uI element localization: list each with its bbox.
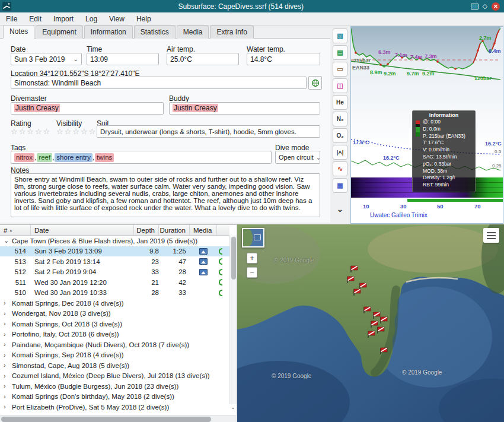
tab-extra-info[interactable]: Extra Info — [210, 26, 253, 39]
menu-import[interactable]: Import — [47, 13, 79, 25]
chevron-right-icon[interactable]: › — [4, 310, 6, 317]
chevron-right-icon[interactable]: › — [4, 341, 6, 348]
notes-textarea[interactable]: Shore entry at Windmill Beach, swam to o… — [11, 173, 320, 217]
trip-row[interactable]: › Simonstad, Cape, Aug 2018 (5 dive(s)) — [0, 360, 229, 371]
visibility-stars[interactable]: ☆☆☆☆☆ — [56, 127, 97, 136]
depth-label: 2.7m — [479, 35, 492, 41]
menu-edit[interactable]: Edit — [23, 13, 47, 25]
chevron-right-icon[interactable]: › — [4, 321, 6, 327]
trip-row[interactable]: › Cozumel Island, México (Deep Blue Dive… — [0, 371, 229, 382]
dive-info-panel: Notes Equipment Information Statistics M… — [0, 26, 330, 223]
air-icon[interactable]: |A| — [333, 145, 347, 160]
window-controls: ◇ ✕ — [471, 2, 500, 11]
dive-row[interactable]: 510 Wed 30 Jan 2019 10:33 28 33 — [0, 288, 229, 299]
tag-chip: twins — [95, 153, 114, 162]
dive-row[interactable]: 512 Sat 2 Feb 2019 9:04 33 28 — [0, 267, 229, 278]
chevron-right-icon[interactable]: › — [4, 362, 6, 369]
minimap[interactable] — [242, 228, 264, 248]
tags-field[interactable]: nitrox, reef, shore entry, twins — [11, 151, 272, 164]
pressure-start-label: 215bar — [353, 58, 371, 64]
location-field[interactable] — [11, 77, 307, 89]
scale-icon[interactable]: ◫ — [333, 78, 347, 93]
oxygen-graph-icon[interactable]: O₂ — [333, 128, 347, 143]
window-title: Subsurface: CapeDives.ssrf (514 dives) — [11, 2, 471, 11]
depth-label: 6.4m — [489, 48, 501, 54]
chevron-right-icon[interactable]: › — [4, 394, 6, 400]
collapse-icon[interactable]: ⌄ — [333, 202, 347, 217]
zoom-out-button[interactable]: − — [247, 267, 257, 278]
buddy-field[interactable]: Justin Creasy — [169, 102, 320, 115]
heart-rate-icon[interactable]: ∿ — [333, 161, 347, 176]
helium-graph-icon[interactable]: He — [333, 95, 347, 110]
dive-site-button[interactable] — [308, 76, 322, 90]
dive-profile-panel: ▧ ▤ ▭ ◫ He N₂ O₂ |A| ∿ ▦ ⌄ — [330, 26, 504, 224]
trip-row[interactable]: › Komati Springs, Dec 2018 (4 dive(s)) — [0, 298, 229, 309]
trip-row[interactable]: › Wondergat, Nov 2018 (3 dive(s)) — [0, 309, 229, 319]
maximize-button[interactable]: ◇ — [483, 3, 487, 9]
depth-label: 9.2m — [422, 71, 435, 77]
header-number[interactable]: # ▴ — [0, 225, 31, 235]
google-watermark: © 2019 Google — [402, 369, 442, 376]
ruler-icon[interactable]: ▭ — [333, 62, 347, 77]
trip-row[interactable]: › Portofino, Italy, Oct 2018 (6 dive(s)) — [0, 329, 229, 340]
divemaster-label: Divemaster — [11, 94, 47, 103]
temp-label: 16.2°C — [485, 141, 502, 147]
tab-information[interactable]: Information — [84, 26, 133, 39]
menu-file[interactable]: File — [0, 13, 23, 25]
dive-profile-chart[interactable]: 6.3m 7.1m 7.4m 7.3m 8.9m 9.2m 9.7m 9.2m … — [350, 26, 503, 224]
water-temp-field[interactable] — [247, 53, 320, 65]
tab-notes[interactable]: Notes — [3, 25, 34, 39]
dive-mode-select[interactable]: Open circuit ⌄ — [275, 151, 320, 164]
header-depth[interactable]: Depth — [134, 225, 159, 235]
tab-statistics[interactable]: Statistics — [134, 26, 176, 39]
visibility-label: Visibility — [56, 119, 82, 128]
map-menu-button[interactable] — [483, 228, 499, 243]
suit-field[interactable] — [97, 125, 320, 138]
google-watermark: © 2019 Google — [274, 257, 314, 264]
trip-row[interactable]: › Tulum, México (Budgie Burgess), Jun 20… — [0, 381, 229, 392]
media-toggle-icon[interactable]: ▦ — [333, 178, 347, 193]
trip-row[interactable]: › Komati Springs (Don's birthday), May 2… — [0, 392, 229, 402]
time-axis-tick: 50 — [437, 203, 444, 210]
chevron-right-icon[interactable]: › — [4, 300, 6, 306]
chevron-right-icon[interactable]: › — [4, 404, 6, 410]
chevron-right-icon[interactable]: › — [4, 352, 6, 358]
close-button[interactable]: ✕ — [492, 2, 500, 11]
trip-row[interactable]: ⌄ Cape Town (Pisces & Blue Flash divers)… — [0, 236, 229, 246]
header-duration[interactable]: Duration — [159, 225, 190, 235]
tab-equipment[interactable]: Equipment — [36, 26, 82, 39]
divemaster-field[interactable]: Justin Creasy — [11, 102, 164, 115]
chevron-right-icon[interactable]: › — [4, 373, 6, 379]
location-icon — [219, 269, 222, 275]
minimize-button[interactable] — [471, 4, 479, 9]
menu-view[interactable]: View — [103, 13, 130, 25]
vertical-scrollbar[interactable] — [229, 236, 237, 404]
scroll-down-arrow[interactable]: ⌄ — [229, 404, 237, 410]
nitrogen-graph-icon[interactable]: N₂ — [333, 112, 347, 126]
trip-row[interactable]: › Komati Springs, Sep 2018 (4 dive(s)) — [0, 350, 229, 361]
trip-row[interactable]: › Komati Springs, Oct 2018 (3 dive(s)) — [0, 319, 229, 329]
photos-toggle-icon[interactable]: ▤ — [333, 45, 347, 60]
trip-row[interactable]: › Paindane, Moçambique (Nudi Divers), Oc… — [0, 339, 229, 350]
profile-chart-icon[interactable]: ▧ — [333, 28, 347, 43]
app-icon — [2, 2, 11, 11]
tab-media[interactable]: Media — [177, 26, 209, 39]
chevron-right-icon[interactable]: › — [4, 331, 6, 338]
date-combobox[interactable]: Sun 3 Feb 2019 ⌄ — [11, 53, 82, 65]
rating-stars[interactable]: ☆☆☆☆☆ — [11, 127, 51, 136]
zoom-in-button[interactable]: + — [247, 253, 257, 264]
dive-row[interactable]: 514 Sun 3 Feb 2019 13:09 9.8 1:25 — [0, 246, 229, 257]
menu-help[interactable]: Help — [130, 13, 157, 25]
chevron-right-icon[interactable]: › — [4, 383, 6, 389]
dive-row[interactable]: 511 Wed 30 Jan 2019 12:20 21 42 — [0, 277, 229, 288]
time-field[interactable] — [87, 53, 159, 65]
menu-log[interactable]: Log — [79, 13, 103, 25]
header-date[interactable]: Date — [31, 225, 134, 235]
trip-row[interactable]: › Port Elizabeth (ProDive), Sat 5 May 20… — [0, 402, 229, 413]
dive-row[interactable]: 513 Sat 2 Feb 2019 13:14 23 47 — [0, 256, 229, 267]
horizontal-scrollbar[interactable] — [0, 415, 236, 422]
header-media[interactable]: Media — [190, 225, 217, 235]
chevron-down-icon[interactable]: ⌄ — [4, 237, 9, 244]
air-temp-field[interactable] — [167, 53, 239, 65]
dive-sites-map[interactable]: + − © 2019 Google © 2019 Google © 2019 G… — [237, 224, 504, 422]
